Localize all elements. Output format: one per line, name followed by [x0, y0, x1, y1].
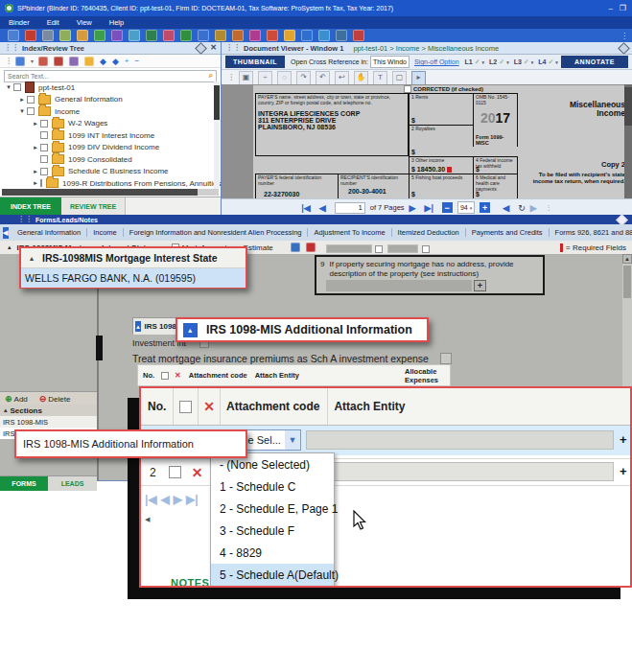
- attach-entity-add-button-1[interactable]: +: [620, 433, 627, 446]
- tab-forms-926[interactable]: Forms 926, 8621 and 8886: [550, 228, 632, 237]
- delete-all-icon[interactable]: ✕: [203, 399, 215, 414]
- info-icon[interactable]: [336, 30, 347, 41]
- tree-vertical-scrollbar[interactable]: [214, 81, 220, 189]
- l3-check-icon[interactable]: ✓: [524, 58, 529, 66]
- tab-forms[interactable]: FORMS: [0, 476, 48, 491]
- form-field-stub[interactable]: [326, 244, 372, 253]
- attach-entity-field-1[interactable]: [306, 430, 614, 450]
- l2-check-icon[interactable]: ✓: [499, 58, 504, 66]
- tabs-scroll-left-button[interactable]: ◀: [3, 227, 9, 239]
- folder-new-icon[interactable]: [84, 57, 94, 66]
- calc-blue-icon[interactable]: [198, 30, 209, 41]
- expand-twisty-icon[interactable]: ▸: [31, 168, 40, 175]
- tab-leads[interactable]: LEADS: [48, 476, 97, 491]
- menu-view[interactable]: View: [68, 18, 101, 27]
- option-8829[interactable]: 4 - 8829: [211, 542, 334, 564]
- mortgage-popup-selected-item[interactable]: WELLS FARGO BANK, N.A. (019595): [21, 268, 246, 288]
- dropdown-icon[interactable]: ▾: [31, 58, 34, 64]
- tab-review-tree[interactable]: REVIEW TREE: [61, 197, 126, 215]
- toolbar-overflow-icon[interactable]: ⋮: [620, 32, 628, 40]
- settings-icon[interactable]: [129, 30, 140, 41]
- cross-ref-select[interactable]: This Windo: [370, 56, 410, 68]
- first-page-icon[interactable]: |◀: [301, 202, 310, 214]
- expand-twisty-icon[interactable]: ▸: [17, 96, 27, 104]
- mini-select-all-checkbox[interactable]: [161, 372, 169, 380]
- browser-icon[interactable]: [232, 30, 244, 41]
- notes-label[interactable]: NOTES: [171, 577, 209, 588]
- prev-page-icon[interactable]: ◀: [319, 202, 326, 214]
- attach-entity-field-2[interactable]: [306, 462, 614, 481]
- remove-window-icon[interactable]: [38, 57, 48, 66]
- tree-item-binder[interactable]: ▾ ppt-test-01: [2, 81, 213, 94]
- last-page-icon[interactable]: ▶|: [425, 202, 433, 214]
- collapse-twisty-icon[interactable]: ▾: [17, 107, 27, 115]
- tab-index-tree[interactable]: INDEX TREE: [0, 197, 61, 215]
- tab-payments-and-credits[interactable]: Payments and Credits: [466, 228, 550, 237]
- tree-checkbox[interactable]: [40, 179, 42, 187]
- tree-item-schedule-c[interactable]: ▸ Schedule C Business Income: [2, 166, 213, 178]
- tree-item-1099-r[interactable]: ▸ 1099-R Distributions From Pensions, An…: [2, 177, 213, 190]
- treat-checkbox[interactable]: [440, 353, 452, 364]
- restore-button[interactable]: ❐: [618, 4, 632, 12]
- tab-adjustment-to-income[interactable]: Adjustment To Income: [308, 228, 391, 237]
- option-schedule-f[interactable]: 3 - Schedule F: [211, 520, 334, 542]
- l3-dropdown-icon[interactable]: ▾: [531, 59, 534, 65]
- form-checkbox-stub[interactable]: [422, 245, 430, 253]
- send-icon[interactable]: [59, 30, 71, 41]
- amount-flag-icon[interactable]: [447, 167, 452, 173]
- rotate-ccw-icon[interactable]: ↶: [316, 71, 330, 85]
- hand-icon[interactable]: ✋: [354, 71, 368, 85]
- tree-checkbox[interactable]: [40, 120, 48, 127]
- splitter-handle[interactable]: [96, 336, 103, 360]
- new-window-icon[interactable]: [15, 57, 25, 66]
- close-panel-icon[interactable]: ✕: [210, 44, 217, 52]
- print-icon[interactable]: [42, 30, 54, 41]
- l4-check-icon[interactable]: ✓: [548, 58, 553, 66]
- next-page-icon[interactable]: ▶: [410, 202, 416, 214]
- help-icon[interactable]: [301, 30, 313, 41]
- scroll-left-icon[interactable]: ◀: [145, 516, 150, 523]
- last-record-icon[interactable]: ▶|: [186, 494, 199, 505]
- field9-input[interactable]: [326, 280, 472, 291]
- export-field-icon[interactable]: [291, 243, 300, 252]
- search-input[interactable]: [8, 73, 209, 80]
- collapse-icon[interactable]: ▴: [30, 254, 34, 263]
- tree-checkbox[interactable]: [40, 131, 48, 139]
- lock-icon[interactable]: [284, 30, 295, 41]
- collapse-icon[interactable]: −: [135, 57, 140, 65]
- web-icon[interactable]: [94, 30, 105, 41]
- tab-income[interactable]: Income: [87, 228, 124, 237]
- tree-item-general-information[interactable]: ▸ General Information: [2, 94, 213, 106]
- add-button[interactable]: Add: [14, 395, 28, 404]
- prev-record-icon[interactable]: ◀: [161, 494, 170, 505]
- collapse-section-icon[interactable]: ▲: [183, 323, 198, 337]
- delete-doc-icon[interactable]: [54, 57, 63, 66]
- zoom-select[interactable]: 94▾: [457, 201, 475, 214]
- note-icon[interactable]: ▣: [239, 71, 253, 85]
- undo-icon[interactable]: ↩: [335, 71, 349, 85]
- add-link-icon[interactable]: +: [125, 57, 129, 65]
- flag-icon[interactable]: [111, 30, 123, 41]
- combo-dropdown-icon[interactable]: ▼: [285, 430, 300, 450]
- mini-delete-all-icon[interactable]: ✕: [175, 371, 181, 380]
- pin-icon[interactable]: [195, 42, 207, 55]
- tree-checkbox[interactable]: [13, 83, 21, 91]
- row2-checkbox[interactable]: [169, 466, 181, 478]
- tree-checkbox[interactable]: [40, 155, 48, 163]
- tree-item-1099-consolidated[interactable]: 1099 Consolidated: [2, 153, 213, 166]
- gift-icon[interactable]: [249, 30, 261, 41]
- expand-twisty-icon[interactable]: ▸: [31, 179, 40, 187]
- zoom-out-button[interactable]: −: [442, 202, 453, 213]
- export-pdf-icon[interactable]: [25, 30, 36, 41]
- expand-twisty-icon[interactable]: ▸: [31, 144, 40, 151]
- search-icon[interactable]: ⌕: [209, 71, 213, 81]
- minimize-button[interactable]: –: [603, 4, 617, 12]
- l4-dropdown-icon[interactable]: ▾: [555, 59, 558, 65]
- tree-item-1099-int[interactable]: 1099 INT Interest Income: [2, 129, 213, 142]
- calc-gold-icon[interactable]: [215, 30, 226, 41]
- add-icon[interactable]: ⊕: [5, 394, 12, 404]
- menu-binder[interactable]: Binder: [0, 18, 38, 27]
- form-field-stub[interactable]: [387, 244, 418, 253]
- tab-foreign-information[interactable]: Foreign Information and Nonresident Alie…: [124, 228, 309, 237]
- row2-delete-icon[interactable]: ✕: [192, 465, 203, 480]
